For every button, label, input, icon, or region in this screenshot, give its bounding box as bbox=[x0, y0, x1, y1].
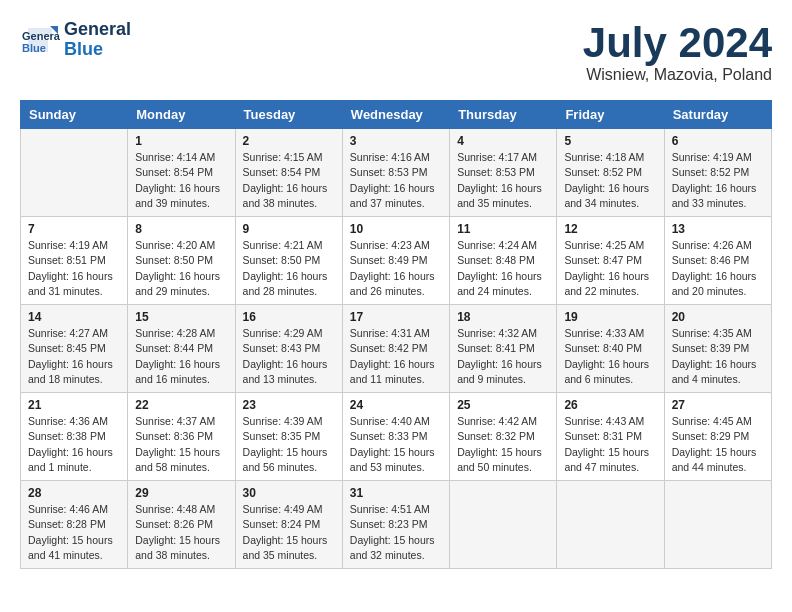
calendar-cell: 7Sunrise: 4:19 AM Sunset: 8:51 PM Daylig… bbox=[21, 217, 128, 305]
calendar-cell bbox=[664, 481, 771, 569]
logo: General Blue General Blue bbox=[20, 20, 131, 60]
logo-line2: Blue bbox=[64, 40, 131, 60]
day-number: 22 bbox=[135, 398, 227, 412]
day-number: 12 bbox=[564, 222, 656, 236]
day-detail: Sunrise: 4:51 AM Sunset: 8:23 PM Dayligh… bbox=[350, 502, 442, 563]
calendar-cell: 26Sunrise: 4:43 AM Sunset: 8:31 PM Dayli… bbox=[557, 393, 664, 481]
calendar-cell bbox=[557, 481, 664, 569]
day-detail: Sunrise: 4:23 AM Sunset: 8:49 PM Dayligh… bbox=[350, 238, 442, 299]
day-detail: Sunrise: 4:29 AM Sunset: 8:43 PM Dayligh… bbox=[243, 326, 335, 387]
calendar-cell: 22Sunrise: 4:37 AM Sunset: 8:36 PM Dayli… bbox=[128, 393, 235, 481]
day-number: 11 bbox=[457, 222, 549, 236]
day-detail: Sunrise: 4:14 AM Sunset: 8:54 PM Dayligh… bbox=[135, 150, 227, 211]
calendar-cell: 20Sunrise: 4:35 AM Sunset: 8:39 PM Dayli… bbox=[664, 305, 771, 393]
day-detail: Sunrise: 4:32 AM Sunset: 8:41 PM Dayligh… bbox=[457, 326, 549, 387]
calendar-cell: 15Sunrise: 4:28 AM Sunset: 8:44 PM Dayli… bbox=[128, 305, 235, 393]
day-detail: Sunrise: 4:25 AM Sunset: 8:47 PM Dayligh… bbox=[564, 238, 656, 299]
calendar-cell: 10Sunrise: 4:23 AM Sunset: 8:49 PM Dayli… bbox=[342, 217, 449, 305]
day-number: 26 bbox=[564, 398, 656, 412]
day-detail: Sunrise: 4:21 AM Sunset: 8:50 PM Dayligh… bbox=[243, 238, 335, 299]
weekday-header-row: SundayMondayTuesdayWednesdayThursdayFrid… bbox=[21, 101, 772, 129]
logo-line1: General bbox=[64, 20, 131, 40]
day-detail: Sunrise: 4:16 AM Sunset: 8:53 PM Dayligh… bbox=[350, 150, 442, 211]
weekday-header: Wednesday bbox=[342, 101, 449, 129]
day-detail: Sunrise: 4:40 AM Sunset: 8:33 PM Dayligh… bbox=[350, 414, 442, 475]
calendar-week-row: 7Sunrise: 4:19 AM Sunset: 8:51 PM Daylig… bbox=[21, 217, 772, 305]
svg-text:General: General bbox=[22, 30, 60, 42]
calendar-cell: 6Sunrise: 4:19 AM Sunset: 8:52 PM Daylig… bbox=[664, 129, 771, 217]
day-number: 27 bbox=[672, 398, 764, 412]
day-number: 3 bbox=[350, 134, 442, 148]
calendar-cell: 9Sunrise: 4:21 AM Sunset: 8:50 PM Daylig… bbox=[235, 217, 342, 305]
calendar-week-row: 14Sunrise: 4:27 AM Sunset: 8:45 PM Dayli… bbox=[21, 305, 772, 393]
calendar-cell: 30Sunrise: 4:49 AM Sunset: 8:24 PM Dayli… bbox=[235, 481, 342, 569]
day-number: 28 bbox=[28, 486, 120, 500]
calendar-cell: 25Sunrise: 4:42 AM Sunset: 8:32 PM Dayli… bbox=[450, 393, 557, 481]
day-detail: Sunrise: 4:17 AM Sunset: 8:53 PM Dayligh… bbox=[457, 150, 549, 211]
day-detail: Sunrise: 4:33 AM Sunset: 8:40 PM Dayligh… bbox=[564, 326, 656, 387]
header: General Blue General Blue July 2024 Wisn… bbox=[20, 20, 772, 84]
day-number: 23 bbox=[243, 398, 335, 412]
calendar-cell: 23Sunrise: 4:39 AM Sunset: 8:35 PM Dayli… bbox=[235, 393, 342, 481]
calendar-cell bbox=[450, 481, 557, 569]
title-area: July 2024 Wisniew, Mazovia, Poland bbox=[583, 20, 772, 84]
weekday-header: Friday bbox=[557, 101, 664, 129]
day-number: 29 bbox=[135, 486, 227, 500]
svg-text:Blue: Blue bbox=[22, 42, 46, 54]
calendar-week-row: 1Sunrise: 4:14 AM Sunset: 8:54 PM Daylig… bbox=[21, 129, 772, 217]
calendar-cell: 13Sunrise: 4:26 AM Sunset: 8:46 PM Dayli… bbox=[664, 217, 771, 305]
calendar-cell: 4Sunrise: 4:17 AM Sunset: 8:53 PM Daylig… bbox=[450, 129, 557, 217]
calendar-cell: 17Sunrise: 4:31 AM Sunset: 8:42 PM Dayli… bbox=[342, 305, 449, 393]
calendar-cell: 1Sunrise: 4:14 AM Sunset: 8:54 PM Daylig… bbox=[128, 129, 235, 217]
day-number: 6 bbox=[672, 134, 764, 148]
logo-icon: General Blue bbox=[20, 20, 60, 60]
weekday-header: Saturday bbox=[664, 101, 771, 129]
day-number: 24 bbox=[350, 398, 442, 412]
calendar-cell: 11Sunrise: 4:24 AM Sunset: 8:48 PM Dayli… bbox=[450, 217, 557, 305]
day-number: 5 bbox=[564, 134, 656, 148]
day-number: 16 bbox=[243, 310, 335, 324]
day-detail: Sunrise: 4:46 AM Sunset: 8:28 PM Dayligh… bbox=[28, 502, 120, 563]
calendar-cell: 2Sunrise: 4:15 AM Sunset: 8:54 PM Daylig… bbox=[235, 129, 342, 217]
weekday-header: Monday bbox=[128, 101, 235, 129]
day-detail: Sunrise: 4:36 AM Sunset: 8:38 PM Dayligh… bbox=[28, 414, 120, 475]
day-detail: Sunrise: 4:20 AM Sunset: 8:50 PM Dayligh… bbox=[135, 238, 227, 299]
day-detail: Sunrise: 4:43 AM Sunset: 8:31 PM Dayligh… bbox=[564, 414, 656, 475]
logo-text: General Blue bbox=[64, 20, 131, 60]
day-number: 10 bbox=[350, 222, 442, 236]
day-detail: Sunrise: 4:35 AM Sunset: 8:39 PM Dayligh… bbox=[672, 326, 764, 387]
day-number: 20 bbox=[672, 310, 764, 324]
day-number: 18 bbox=[457, 310, 549, 324]
day-detail: Sunrise: 4:42 AM Sunset: 8:32 PM Dayligh… bbox=[457, 414, 549, 475]
weekday-header: Thursday bbox=[450, 101, 557, 129]
calendar-week-row: 28Sunrise: 4:46 AM Sunset: 8:28 PM Dayli… bbox=[21, 481, 772, 569]
day-number: 30 bbox=[243, 486, 335, 500]
location: Wisniew, Mazovia, Poland bbox=[583, 66, 772, 84]
day-detail: Sunrise: 4:27 AM Sunset: 8:45 PM Dayligh… bbox=[28, 326, 120, 387]
day-number: 25 bbox=[457, 398, 549, 412]
day-detail: Sunrise: 4:18 AM Sunset: 8:52 PM Dayligh… bbox=[564, 150, 656, 211]
calendar-cell: 18Sunrise: 4:32 AM Sunset: 8:41 PM Dayli… bbox=[450, 305, 557, 393]
calendar-cell: 29Sunrise: 4:48 AM Sunset: 8:26 PM Dayli… bbox=[128, 481, 235, 569]
calendar-cell: 3Sunrise: 4:16 AM Sunset: 8:53 PM Daylig… bbox=[342, 129, 449, 217]
day-number: 14 bbox=[28, 310, 120, 324]
month-title: July 2024 bbox=[583, 20, 772, 66]
day-detail: Sunrise: 4:15 AM Sunset: 8:54 PM Dayligh… bbox=[243, 150, 335, 211]
day-detail: Sunrise: 4:24 AM Sunset: 8:48 PM Dayligh… bbox=[457, 238, 549, 299]
day-number: 31 bbox=[350, 486, 442, 500]
day-number: 17 bbox=[350, 310, 442, 324]
day-number: 1 bbox=[135, 134, 227, 148]
day-number: 2 bbox=[243, 134, 335, 148]
weekday-header: Tuesday bbox=[235, 101, 342, 129]
day-number: 19 bbox=[564, 310, 656, 324]
day-detail: Sunrise: 4:45 AM Sunset: 8:29 PM Dayligh… bbox=[672, 414, 764, 475]
calendar-cell: 8Sunrise: 4:20 AM Sunset: 8:50 PM Daylig… bbox=[128, 217, 235, 305]
calendar-week-row: 21Sunrise: 4:36 AM Sunset: 8:38 PM Dayli… bbox=[21, 393, 772, 481]
day-number: 7 bbox=[28, 222, 120, 236]
day-number: 13 bbox=[672, 222, 764, 236]
calendar-table: SundayMondayTuesdayWednesdayThursdayFrid… bbox=[20, 100, 772, 569]
day-number: 15 bbox=[135, 310, 227, 324]
calendar-cell: 16Sunrise: 4:29 AM Sunset: 8:43 PM Dayli… bbox=[235, 305, 342, 393]
day-detail: Sunrise: 4:31 AM Sunset: 8:42 PM Dayligh… bbox=[350, 326, 442, 387]
calendar-cell: 28Sunrise: 4:46 AM Sunset: 8:28 PM Dayli… bbox=[21, 481, 128, 569]
